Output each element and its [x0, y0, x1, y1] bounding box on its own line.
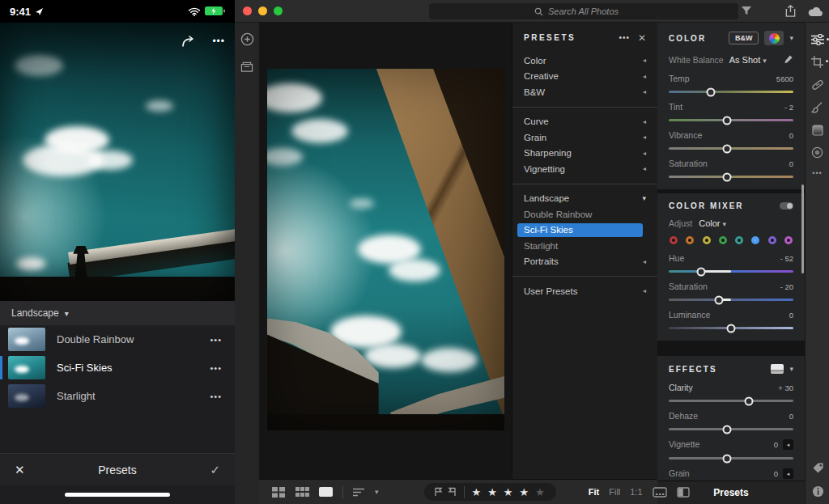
- cancel-icon[interactable]: ✕: [15, 463, 25, 477]
- preset-group-curve[interactable]: Curve◂: [512, 114, 657, 130]
- chevron-down-icon[interactable]: ▾: [789, 34, 793, 42]
- adjust-dropdown[interactable]: Color ▾: [699, 218, 726, 228]
- star-4-icon[interactable]: ★: [520, 486, 531, 498]
- temp-slider-track[interactable]: [669, 91, 793, 93]
- preset-group-portraits[interactable]: Portraits◂: [512, 254, 657, 270]
- filter-funnel-icon[interactable]: [741, 5, 752, 16]
- white-balance-dropdown[interactable]: As Shot ▾: [729, 55, 777, 65]
- edit-panel-scrollbar[interactable]: [801, 184, 804, 273]
- vignette-slider-thumb[interactable]: [723, 454, 732, 463]
- main-photo[interactable]: [267, 69, 504, 430]
- dehaze-slider-track[interactable]: [669, 428, 793, 430]
- more-icon[interactable]: •••: [210, 392, 222, 401]
- preset-double-rainbow[interactable]: Double Rainbow: [512, 206, 657, 222]
- luminance-slider-thumb[interactable]: [727, 324, 736, 332]
- linear-gradient-tool[interactable]: [812, 125, 823, 136]
- presets-close-icon[interactable]: ✕: [638, 32, 646, 44]
- grain-expand-icon[interactable]: ◂: [783, 468, 793, 479]
- preset-group-vignetting[interactable]: Vignetting◂: [512, 161, 657, 177]
- share-icon[interactable]: [785, 5, 796, 17]
- keywords-tag-icon[interactable]: [812, 462, 824, 474]
- more-icon[interactable]: •••: [210, 335, 222, 345]
- channel-green-dot[interactable]: [719, 236, 727, 244]
- preset-group-dropdown[interactable]: Landscape ▾: [0, 301, 235, 325]
- chevron-down-icon[interactable]: ▾: [789, 365, 793, 373]
- preset-group-user-presets[interactable]: User Presets◂: [512, 283, 657, 299]
- preset-scifi-skies-selected[interactable]: Sci-Fi Skies: [517, 223, 643, 238]
- phone-photo-preview[interactable]: •••: [0, 23, 235, 301]
- mixer-saturation-thumb[interactable]: [714, 295, 723, 304]
- hue-slider-track[interactable]: [669, 270, 793, 273]
- saturation-slider-track[interactable]: [669, 176, 793, 178]
- vignette-slider-track[interactable]: [669, 457, 793, 460]
- temp-slider-thumb[interactable]: [707, 87, 716, 96]
- channel-orange-dot[interactable]: [686, 236, 694, 244]
- pick-flag-icon[interactable]: [434, 487, 443, 497]
- brush-tool[interactable]: [811, 102, 823, 114]
- share-redo-icon[interactable]: [181, 36, 196, 47]
- list-item-scifi-skies[interactable]: Sci-Fi Skies •••: [0, 354, 235, 382]
- sort-icon[interactable]: [353, 488, 365, 497]
- crop-tool[interactable]: [811, 56, 823, 68]
- detail-view-icon-active[interactable]: [319, 487, 333, 497]
- eyedropper-icon[interactable]: [783, 54, 793, 65]
- window-zoom-button[interactable]: [274, 6, 283, 15]
- mixer-saturation-track[interactable]: [669, 299, 793, 301]
- channel-aqua-dot[interactable]: [735, 236, 743, 244]
- channel-purple-dot[interactable]: [768, 236, 776, 244]
- star-2-icon[interactable]: ★: [487, 486, 499, 498]
- square-grid-view-icon[interactable]: [295, 487, 309, 498]
- preset-group-landscape[interactable]: Landscape▾: [512, 191, 657, 207]
- more-icon[interactable]: •••: [212, 36, 225, 47]
- vibrance-slider-track[interactable]: [669, 147, 793, 150]
- window-minimize-button[interactable]: [258, 6, 267, 15]
- add-photos-icon[interactable]: [240, 32, 254, 46]
- channel-blue-dot-selected[interactable]: [751, 236, 759, 244]
- tint-slider-track[interactable]: [669, 119, 793, 121]
- star-1-icon[interactable]: ★: [472, 486, 483, 498]
- channel-magenta-dot[interactable]: [784, 236, 793, 244]
- info-icon[interactable]: [812, 485, 824, 498]
- dehaze-slider-thumb[interactable]: [723, 425, 732, 434]
- zoom-fill-button[interactable]: Fill: [609, 487, 620, 497]
- zoom-fit-button[interactable]: Fit: [589, 487, 599, 497]
- mixer-toggle-icon[interactable]: [780, 202, 793, 210]
- radial-gradient-tool[interactable]: [811, 146, 823, 159]
- channel-red-dot[interactable]: [670, 236, 678, 244]
- edit-sliders-tool[interactable]: [811, 34, 824, 45]
- more-tools-icon[interactable]: •••: [812, 169, 822, 177]
- more-icon[interactable]: •••: [210, 363, 222, 373]
- home-indicator[interactable]: [65, 493, 170, 497]
- saturation-slider-thumb[interactable]: [723, 172, 732, 181]
- apply-check-icon[interactable]: ✓: [210, 463, 220, 477]
- star-3-icon[interactable]: ★: [504, 486, 515, 498]
- sort-chevron-icon[interactable]: ▾: [375, 488, 379, 496]
- tint-slider-thumb[interactable]: [723, 116, 732, 125]
- preset-starlight[interactable]: Starlight: [512, 238, 657, 254]
- search-input[interactable]: [548, 6, 633, 16]
- preset-group-grain[interactable]: Grain◂: [512, 129, 657, 146]
- zoom-1-1-button[interactable]: 1:1: [630, 487, 642, 497]
- grid-view-icon[interactable]: [272, 487, 286, 498]
- clarity-slider-thumb[interactable]: [744, 396, 753, 405]
- luminance-slider-track[interactable]: [669, 327, 793, 329]
- clarity-slider-track[interactable]: [669, 400, 793, 402]
- window-close-button[interactable]: [243, 6, 252, 15]
- reject-flag-icon[interactable]: [448, 487, 457, 497]
- healing-brush-tool[interactable]: [811, 78, 824, 91]
- before-after-icon[interactable]: [677, 487, 690, 498]
- preset-group-bw[interactable]: B&W◂: [512, 84, 657, 100]
- cloud-sync-icon[interactable]: [808, 6, 823, 17]
- channel-yellow-dot[interactable]: [703, 236, 711, 244]
- bw-toggle-button[interactable]: B&W: [729, 32, 759, 44]
- presets-more-icon[interactable]: •••: [619, 33, 630, 42]
- vibrance-slider-thumb[interactable]: [723, 144, 732, 153]
- preset-group-color[interactable]: Color◂: [512, 53, 657, 69]
- list-item-double-rainbow[interactable]: Double Rainbow •••: [0, 325, 235, 354]
- vignette-expand-icon[interactable]: ◂: [783, 439, 793, 450]
- star-5-icon[interactable]: ★: [535, 486, 546, 498]
- effects-preset-icon[interactable]: [771, 364, 784, 374]
- search-field[interactable]: [429, 3, 738, 19]
- preset-group-sharpening[interactable]: Sharpening◂: [512, 146, 657, 162]
- albums-icon[interactable]: [240, 61, 253, 73]
